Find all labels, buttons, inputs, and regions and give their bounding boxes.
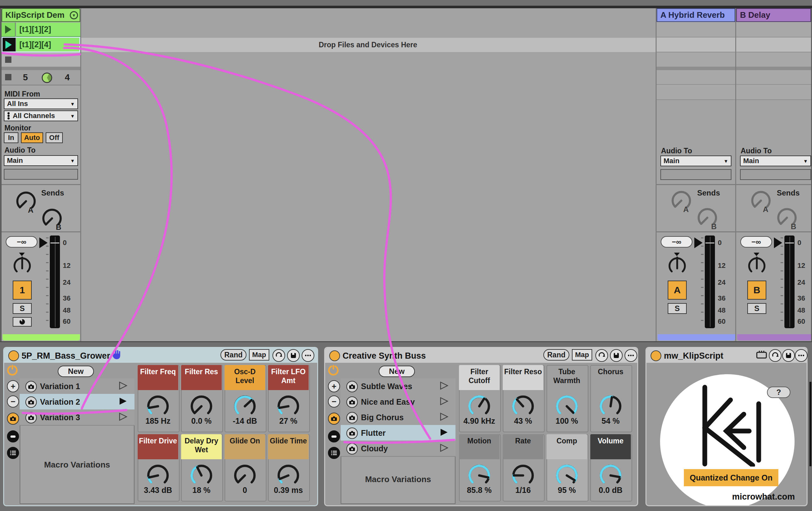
macro-knob[interactable] — [189, 463, 214, 488]
device-scrollbar-thumb[interactable] — [809, 382, 811, 466]
stop-slot-row[interactable] — [2, 52, 80, 67]
macro-knob[interactable] — [232, 394, 258, 419]
clip1-launch-button[interactable] — [2, 23, 16, 37]
macro-variations-on-icon[interactable] — [327, 365, 339, 376]
launch-variation-icon-active[interactable] — [439, 428, 448, 437]
solo-button[interactable]: S — [13, 303, 32, 314]
macro-knob[interactable] — [598, 394, 623, 419]
launch-variation-icon-active[interactable] — [118, 397, 127, 406]
audio-to-select[interactable]: Main ▼ — [660, 156, 731, 166]
return-slot[interactable] — [657, 52, 735, 67]
pan-knob[interactable] — [667, 256, 687, 276]
midi-from-select[interactable]: All Ins ▼ — [4, 99, 78, 109]
return-slot[interactable] — [657, 70, 735, 85]
quantization-pie-icon[interactable] — [41, 72, 52, 83]
add-variation-icon[interactable]: + — [328, 380, 340, 392]
macro-knob[interactable] — [554, 463, 580, 488]
return-a-activator-button[interactable]: A — [668, 280, 687, 300]
return-b-activator-button[interactable]: B — [747, 280, 766, 300]
variation-list-icon[interactable] — [7, 447, 19, 459]
store-variation-icon[interactable] — [7, 412, 19, 425]
device1-on-toggle[interactable] — [8, 350, 19, 361]
recall-amount-icon[interactable] — [7, 430, 19, 442]
device1-map-button[interactable]: Map — [249, 349, 269, 360]
send-a-knob[interactable] — [670, 189, 693, 212]
monitor-in-button[interactable]: In — [4, 132, 19, 143]
quantized-change-banner[interactable]: Quantized Change On — [684, 469, 778, 486]
device1-rand-button[interactable]: Rand — [221, 349, 246, 360]
device2-rand-button[interactable]: Rand — [543, 349, 569, 360]
add-variation-icon[interactable]: + — [7, 380, 19, 392]
macro-variations-on-icon[interactable] — [6, 365, 19, 376]
store-variation-icon[interactable] — [328, 412, 340, 425]
remove-variation-icon[interactable]: − — [328, 396, 340, 407]
device1-new-variation-button[interactable]: New — [58, 366, 94, 377]
launch-variation-icon[interactable] — [439, 381, 448, 390]
midi-channel-select[interactable]: All Channels ▼ — [4, 110, 78, 121]
launch-variation-icon[interactable] — [439, 443, 448, 452]
track-activator-button[interactable]: 1 — [13, 280, 32, 300]
macro-knob[interactable] — [232, 463, 258, 488]
macro-knob[interactable] — [467, 463, 492, 488]
return-slot[interactable] — [657, 37, 735, 52]
return-slot[interactable] — [736, 85, 811, 100]
pan-knob[interactable] — [12, 256, 32, 276]
return-slot[interactable] — [736, 37, 811, 52]
device2-new-variation-button[interactable]: New — [379, 366, 415, 377]
volume-meter[interactable] — [784, 236, 794, 328]
variation-row-selected[interactable] — [341, 425, 456, 441]
volume-meter[interactable] — [50, 236, 60, 328]
macro-knob[interactable] — [145, 394, 171, 419]
volume-value[interactable]: −∞ — [6, 236, 37, 247]
return-slot[interactable] — [657, 23, 735, 37]
variation-list-icon[interactable] — [328, 447, 340, 459]
macro-knob[interactable] — [276, 394, 301, 419]
volume-meter[interactable] — [705, 236, 715, 328]
macro-knob[interactable] — [276, 463, 301, 488]
macro-knob[interactable] — [510, 463, 536, 488]
device3-on-toggle[interactable] — [650, 350, 661, 361]
more-options-icon[interactable] — [302, 349, 314, 362]
macro-knob[interactable] — [510, 394, 536, 419]
macro-knob[interactable] — [467, 394, 492, 419]
clip-slot-1[interactable]: [t1][1][2] — [16, 23, 80, 37]
send-a-knob[interactable] — [750, 189, 772, 212]
volume-value[interactable]: −∞ — [740, 236, 772, 247]
remove-variation-icon[interactable]: − — [7, 396, 19, 407]
hot-swap-icon[interactable] — [769, 349, 782, 362]
macro-knob[interactable] — [598, 463, 623, 488]
return-slot[interactable] — [736, 70, 811, 85]
audio-to-select[interactable]: Main ▼ — [4, 155, 78, 166]
launch-variation-icon[interactable] — [118, 412, 127, 421]
arm-button[interactable] — [13, 317, 32, 327]
variation-row[interactable] — [341, 440, 456, 457]
return-slot[interactable] — [736, 23, 811, 37]
audio-to-select[interactable]: Main ▼ — [740, 156, 811, 166]
return-b-header[interactable]: B Delay — [736, 8, 811, 22]
macro-knob[interactable] — [189, 394, 214, 419]
track-header-menu-icon[interactable]: ▼ — [70, 11, 78, 19]
launch-variation-icon[interactable] — [439, 412, 448, 421]
more-options-icon[interactable] — [795, 349, 808, 362]
save-preset-icon[interactable] — [782, 349, 795, 362]
save-preset-icon[interactable] — [610, 349, 622, 362]
save-preset-icon[interactable] — [287, 349, 300, 362]
show-plugin-window-icon[interactable] — [756, 350, 767, 359]
send-a-knob[interactable] — [14, 190, 37, 213]
hot-swap-icon[interactable] — [596, 349, 608, 362]
stop-icon[interactable] — [5, 74, 11, 80]
stop-icon[interactable] — [5, 56, 11, 63]
device2-map-button[interactable]: Map — [572, 349, 592, 360]
recall-amount-icon[interactable] — [328, 430, 340, 442]
more-options-icon[interactable] — [625, 349, 637, 362]
return-slot[interactable] — [736, 52, 811, 67]
return-slot[interactable] — [657, 85, 735, 100]
pan-knob[interactable] — [747, 256, 767, 276]
volume-value[interactable]: −∞ — [661, 236, 692, 247]
macro-knob[interactable] — [145, 463, 171, 488]
solo-button[interactable]: S — [668, 303, 687, 314]
launch-variation-icon[interactable] — [439, 397, 448, 406]
hot-swap-icon[interactable] — [272, 349, 285, 362]
monitor-off-button[interactable]: Off — [46, 132, 63, 143]
device2-on-toggle[interactable] — [329, 350, 340, 361]
